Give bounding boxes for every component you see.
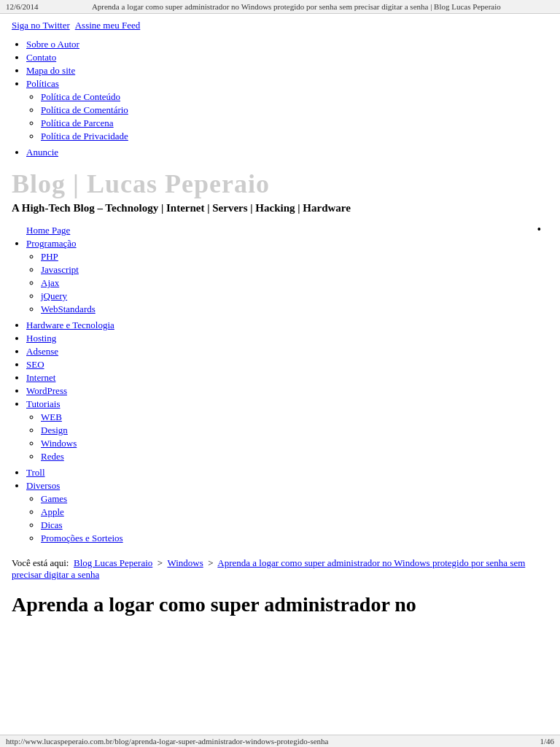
browser-title: Aprenda a logar como super administrador… bbox=[46, 2, 547, 11]
bullet-right: • bbox=[537, 223, 541, 236]
main-nav-item-jquery: jQuery bbox=[41, 290, 548, 302]
top-nav-item-politica-comentario: Política de Comentário bbox=[41, 104, 548, 116]
main-nav: Home Page Programação PHP Javascript bbox=[12, 223, 548, 549]
main-nav-item-ajax: Ajax bbox=[41, 277, 548, 289]
breadcrumb-prefix: Você está aqui: bbox=[12, 557, 69, 568]
article-title: Aprenda a logar como super administrador… bbox=[12, 592, 548, 617]
main-nav-item-redes: Redes bbox=[41, 451, 548, 462]
top-nav-item-mapa: Mapa do site bbox=[26, 65, 548, 77]
main-nav-item-tutoriais: Tutoriais WEB Design Windows bbox=[26, 398, 548, 462]
main-nav-item-webstandards: WebStandards bbox=[41, 303, 548, 315]
main-nav-item-windows: Windows bbox=[41, 438, 548, 449]
main-nav-item-design: Design bbox=[41, 425, 548, 436]
main-nav-item-promocoes: Promoções e Sorteios bbox=[41, 533, 548, 544]
breadcrumb-link-blog[interactable]: Blog Lucas Peperaio bbox=[74, 557, 152, 568]
main-nav-item-dicas: Dicas bbox=[41, 519, 548, 531]
top-nav-item-anuncie: Anuncie bbox=[26, 147, 548, 158]
twitter-link[interactable]: Siga no Twitter bbox=[12, 20, 70, 31]
breadcrumb: Você está aqui: Blog Lucas Peperaio > Wi… bbox=[12, 557, 548, 581]
main-nav-item-javascript: Javascript bbox=[41, 264, 548, 276]
page-content: Siga no Twitter Assine meu Feed Sobre o … bbox=[0, 14, 560, 646]
browser-date: 12/6/2014 bbox=[6, 2, 39, 11]
main-nav-item-diversos: Diversos Games Apple Dicas bbox=[26, 480, 548, 544]
top-nav-item-politica-parcena: Política de Parcena bbox=[41, 117, 548, 129]
main-nav-item-games: Games bbox=[41, 493, 548, 505]
top-nav-item-contato: Contato bbox=[26, 52, 548, 63]
top-links: Siga no Twitter Assine meu Feed bbox=[12, 20, 548, 31]
feed-link[interactable]: Assine meu Feed bbox=[75, 20, 141, 31]
main-nav-item-internet: Internet bbox=[26, 372, 548, 384]
main-nav-item-hardware: Hardware e Tecnologia bbox=[26, 320, 548, 331]
main-nav-item-wordpress: WordPress bbox=[26, 385, 548, 397]
main-nav-item-troll: Troll bbox=[26, 467, 548, 479]
main-nav-item-php: PHP bbox=[41, 251, 548, 263]
main-nav-item-web: WEB bbox=[41, 411, 548, 423]
top-nav-item-politicas: Políticas Política de Conteúdo Política … bbox=[26, 78, 548, 142]
browser-bar: 12/6/2014 Aprenda a logar como super adm… bbox=[0, 0, 560, 14]
top-nav: Sobre o Autor Contato Mapa do site Polít… bbox=[12, 39, 548, 158]
top-nav-item-politica-conteudo: Política de Conteúdo bbox=[41, 91, 548, 103]
main-nav-item-seo: SEO bbox=[26, 359, 548, 371]
main-nav-item-programacao: Programação PHP Javascript Ajax bbox=[26, 238, 548, 315]
blog-title: Blog | Lucas Peperaio bbox=[12, 169, 548, 199]
blog-subtitle: A High-Tech Blog – Technology | Internet… bbox=[12, 201, 548, 216]
main-nav-item-hosting: Hosting bbox=[26, 333, 548, 344]
main-nav-item-homepage: Home Page bbox=[26, 225, 548, 236]
main-nav-item-apple: Apple bbox=[41, 506, 548, 518]
breadcrumb-link-windows[interactable]: Windows bbox=[167, 557, 203, 568]
top-nav-item-sobre: Sobre o Autor bbox=[26, 39, 548, 50]
main-nav-item-adsense: Adsense bbox=[26, 346, 548, 357]
top-nav-item-politica-privacidade: Política de Privacidade bbox=[41, 131, 548, 142]
